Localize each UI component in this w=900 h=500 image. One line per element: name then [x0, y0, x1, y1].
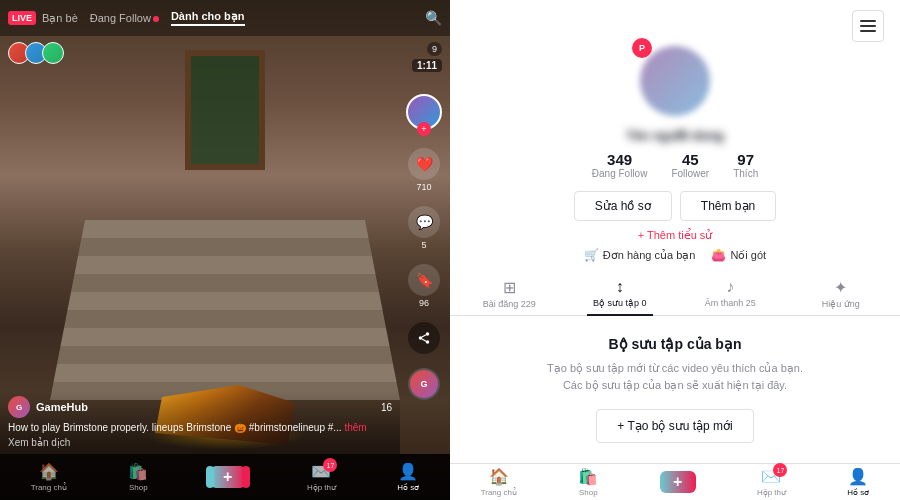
- nav-shop-left[interactable]: 🛍️ Shop: [128, 462, 148, 492]
- collection-description: Tạo bộ sưu tập mới từ các video yêu thíc…: [547, 360, 803, 393]
- top-navigation: LIVE Bạn bè Đang Follow Dành cho bạn 🔍: [0, 0, 450, 36]
- profile-header: P Tên người dùng 349 Đang Follow 45 Foll…: [450, 0, 900, 270]
- following-stat: 349 Đang Follow: [592, 151, 648, 179]
- followers-count: 45: [682, 151, 699, 168]
- channel-button-group[interactable]: G: [408, 368, 440, 400]
- profile-p-badge: P: [632, 38, 652, 58]
- scene-door: [185, 50, 265, 170]
- nav-home-label-left: Trang chủ: [31, 483, 67, 492]
- add-button-left[interactable]: +: [210, 466, 246, 488]
- viewer-avatars: [8, 42, 59, 64]
- create-collection-button[interactable]: + Tạo bộ sưu tập mới: [596, 409, 753, 443]
- profile-panel: P Tên người dùng 349 Đang Follow 45 Foll…: [450, 0, 900, 500]
- wallet-label: Nối gót: [730, 249, 766, 262]
- channel-avatar: G: [8, 396, 30, 418]
- tab-effects[interactable]: ✦ Hiệu ứng: [786, 270, 897, 315]
- nav-add-left[interactable]: +: [210, 466, 246, 488]
- video-sidebar: + ❤️ 710 💬 5 🔖 96 G: [406, 94, 442, 400]
- followers-label: Follower: [671, 168, 709, 179]
- plus-icon-left: +: [223, 468, 232, 486]
- viewer-count: 9: [427, 42, 442, 56]
- home-icon-right: 🏠: [489, 467, 509, 486]
- bottom-navigation-left: 🏠 Trang chủ 🛍️ Shop + ✉️ 17 Hộp thư 👤 Hồ…: [0, 454, 450, 500]
- channel-music-avatar: G: [408, 368, 440, 400]
- tab-collections[interactable]: ↕ Bộ sưu tập 0: [565, 270, 676, 315]
- orders-link[interactable]: 🛒 Đơn hàng của bạn: [584, 248, 696, 262]
- tab-following[interactable]: Đang Follow: [90, 12, 159, 24]
- inbox-badge-left: 17: [323, 458, 337, 472]
- quick-links: 🛒 Đơn hàng của bạn 👛 Nối gót: [584, 248, 766, 262]
- video-timer: 1:11: [412, 59, 442, 72]
- orders-icon: 🛒: [584, 248, 599, 262]
- likes-label: Thích: [733, 168, 758, 179]
- following-count: 349: [607, 151, 632, 168]
- add-bio-link[interactable]: + Thêm tiểu sử: [638, 229, 713, 242]
- comment-button-group[interactable]: 💬 5: [408, 206, 440, 250]
- like-button-group[interactable]: ❤️ 710: [408, 148, 440, 192]
- channel-name[interactable]: GameHub: [36, 401, 88, 413]
- add-friend-button[interactable]: Thêm bạn: [680, 191, 776, 221]
- rnav-shop[interactable]: 🛍️ Shop: [578, 467, 598, 497]
- inbox-badge-wrap-left: ✉️ 17: [311, 462, 331, 481]
- sounds-tab-icon: ♪: [726, 278, 734, 296]
- share-button-group[interactable]: [408, 322, 440, 354]
- follow-plus-icon: +: [417, 122, 431, 136]
- svg-line-4: [422, 335, 426, 337]
- likes-stat: 97 Thích: [733, 151, 758, 179]
- rnav-profile-label: Hồ sơ: [847, 488, 869, 497]
- profile-icon-left: 👤: [398, 462, 418, 481]
- rnav-inbox[interactable]: ✉️ 17 Hộp thư: [757, 467, 786, 497]
- effects-tab-label: Hiệu ứng: [822, 299, 860, 309]
- svg-point-0: [426, 332, 430, 336]
- tab-sounds[interactable]: ♪ Âm thanh 25: [675, 270, 786, 315]
- bookmark-icon: 🔖: [408, 264, 440, 296]
- menu-button[interactable]: [852, 10, 884, 42]
- profile-tabs: ⊞ Bài đăng 229 ↕ Bộ sưu tập 0 ♪ Âm thanh…: [450, 270, 900, 316]
- menu-line-3: [860, 30, 876, 32]
- profile-avatar-section: P: [640, 46, 710, 122]
- collection-content-area: Bộ sưu tập của bạn Tạo bộ sưu tập mới từ…: [450, 316, 900, 463]
- effects-tab-icon: ✦: [834, 278, 847, 297]
- rnav-profile[interactable]: 👤 Hồ sơ: [847, 467, 869, 497]
- profile-avatar-inner: [640, 46, 710, 116]
- followers-stat: 45 Follower: [671, 151, 709, 179]
- creator-avatar-wrap[interactable]: +: [406, 94, 442, 130]
- nav-inbox-label-left: Hộp thư: [307, 483, 336, 492]
- like-count: 710: [416, 182, 431, 192]
- rnav-add[interactable]: +: [660, 471, 696, 493]
- show-more-link[interactable]: thêm: [344, 422, 366, 433]
- inbox-badge-wrap-right: ✉️ 17: [761, 467, 781, 486]
- translate-button[interactable]: Xem bản dịch: [8, 437, 392, 448]
- follow-dot: [153, 16, 159, 22]
- search-icon[interactable]: 🔍: [425, 10, 442, 26]
- action-buttons-row: Sửa hồ sơ Thêm bạn: [574, 191, 776, 221]
- profile-avatar: [640, 46, 710, 116]
- tab-posts[interactable]: ⊞ Bài đăng 229: [454, 270, 565, 315]
- nav-home-left[interactable]: 🏠 Trang chủ: [31, 462, 67, 492]
- edit-profile-button[interactable]: Sửa hồ sơ: [574, 191, 672, 221]
- tab-friends[interactable]: Bạn bè: [42, 12, 78, 25]
- svg-line-3: [422, 339, 426, 341]
- video-description: How to play Brimstone properly. lineups …: [8, 421, 392, 435]
- comment-icon: 💬: [408, 206, 440, 238]
- bottom-navigation-right: 🏠 Trang chủ 🛍️ Shop + ✉️ 17 Hộp thư 👤 Hồ…: [450, 463, 900, 500]
- bookmark-count: 96: [419, 298, 429, 308]
- home-icon: 🏠: [39, 462, 59, 481]
- add-button-right[interactable]: +: [660, 471, 696, 493]
- like-icon: ❤️: [408, 148, 440, 180]
- tab-for-you[interactable]: Dành cho bạn: [171, 10, 245, 26]
- nav-inbox-left[interactable]: ✉️ 17 Hộp thư: [307, 462, 336, 492]
- nav-profile-left[interactable]: 👤 Hồ sơ: [397, 462, 419, 492]
- posts-tab-label: Bài đăng 229: [483, 299, 536, 309]
- wallet-icon: 👛: [711, 248, 726, 262]
- profile-username: Tên người dùng: [626, 128, 724, 143]
- inbox-badge-right: 17: [773, 463, 787, 477]
- nav-tabs: Bạn bè Đang Follow Dành cho bạn: [42, 10, 425, 26]
- menu-line-2: [860, 25, 876, 27]
- rnav-home[interactable]: 🏠 Trang chủ: [481, 467, 517, 497]
- wallet-link[interactable]: 👛 Nối gót: [711, 248, 766, 262]
- nav-shop-label-left: Shop: [129, 483, 148, 492]
- posts-tab-icon: ⊞: [503, 278, 516, 297]
- bookmark-button-group[interactable]: 🔖 96: [408, 264, 440, 308]
- menu-line-1: [860, 20, 876, 22]
